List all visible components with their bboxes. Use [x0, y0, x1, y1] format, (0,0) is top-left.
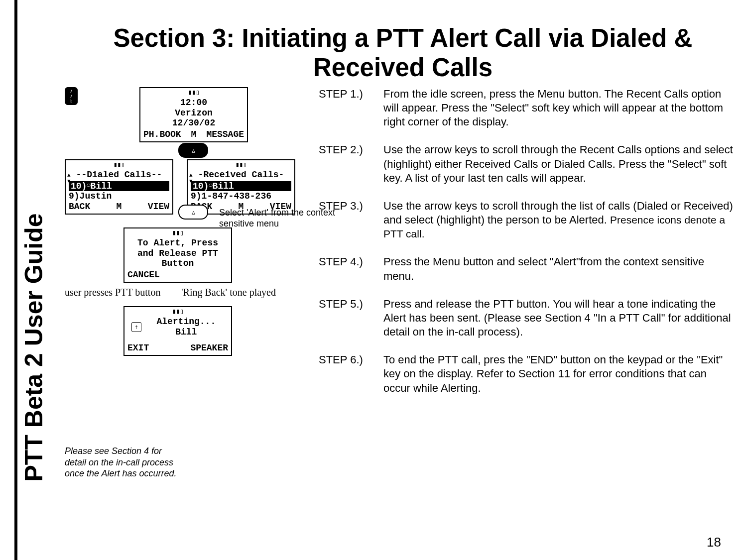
step-label: STEP 5.): [319, 297, 383, 339]
alerting-line2: Bill: [175, 327, 197, 337]
received-row-highlighted: 10)☺Bill: [193, 181, 234, 191]
step-label: STEP 3.): [319, 199, 383, 241]
dialed-row-2: 9)Justin: [69, 191, 169, 202]
idle-time: 12:00: [142, 98, 245, 108]
idle-carrier: Verizon: [142, 108, 245, 118]
scroll-arrows-icon: ▲▼: [67, 172, 71, 184]
idle-softkey-left: PH.BOOK: [143, 129, 181, 140]
tone-icon: ♪♪♭: [65, 87, 78, 105]
step-1: STEP 1.) From the idle screen, press the…: [319, 87, 736, 129]
alert-line2: and Release PTT: [126, 248, 229, 259]
ring-back-note: 'Ring Back' tone played: [181, 286, 276, 298]
step-6: STEP 6.) To end the PTT call, pres the "…: [319, 353, 736, 395]
received-header: -Received Calls-: [190, 170, 292, 180]
step-text: Use the arrow keys to scroll through the…: [383, 143, 736, 185]
step-label: STEP 4.): [319, 255, 383, 283]
dialed-header: --Dialed Calls--: [68, 170, 170, 180]
sidebar-title: PTT Beta 2 User Guide: [19, 213, 48, 481]
step-label: STEP 2.): [319, 143, 383, 185]
content-area: ▮▮▯ 12:00 Verizon 12/30/02 PH.BOOK M MES…: [65, 87, 736, 560]
signal-icon: ▮▮▯: [124, 228, 231, 237]
diagram-column: ▮▮▯ 12:00 Verizon 12/30/02 PH.BOOK M MES…: [65, 87, 319, 105]
idle-date: 12/30/02: [142, 118, 245, 128]
step-text: From the idle screen, press the Menu but…: [383, 87, 736, 129]
phone-screen-dialed: ▮▮▯ ▲▼ --Dialed Calls-- 10)☺Bill 9)Justi…: [65, 159, 173, 215]
signal-icon: ▮▮▯: [124, 307, 231, 316]
sidebar-stripe: [14, 0, 17, 560]
signal-icon: ▮▮▯: [140, 88, 247, 97]
phone-screen-alerting: ▮▮▯ ⇡ Alerting... Bill EXIT SPEAKER: [123, 306, 232, 356]
nav-arrow-button: ▵: [178, 205, 208, 220]
step-label: STEP 1.): [319, 87, 383, 129]
idle-softkey-mid: M: [191, 129, 197, 140]
received-row-2: 9)1-847-438-236: [191, 191, 291, 202]
phone-screen-alert-prompt: ▮▮▯ To Alert, Press and Release PTT Butt…: [123, 227, 232, 283]
step-2: STEP 2.) Use the arrow keys to scroll th…: [319, 143, 736, 185]
alert-softkey-left: CANCEL: [127, 270, 160, 280]
step-5: STEP 5.) Press and release the PTT butto…: [319, 297, 736, 339]
alerting-line1: Alerting...: [156, 317, 216, 327]
footnote: Please see Section 4 for detail on the i…: [65, 446, 179, 479]
idle-softkey-right: MESSAGE: [206, 129, 244, 140]
step-4: STEP 4.) Press the Menu button and selec…: [319, 255, 736, 283]
user-press-note: user presses PTT button: [65, 286, 160, 298]
dialed-softkey-right: VIEW: [148, 202, 169, 212]
alerting-softkey-left: EXIT: [127, 343, 149, 353]
page-number: 18: [707, 535, 721, 550]
alert-icon: ⇡: [131, 322, 141, 332]
alert-line3: Button: [126, 258, 229, 269]
step-3: STEP 3.) Use the arrow keys to scroll th…: [319, 199, 736, 241]
step-label: STEP 6.): [319, 353, 383, 395]
step-text: Press and release the PTT button. You wi…: [383, 297, 736, 339]
dialed-softkey-left: BACK: [69, 202, 90, 212]
steps-column: STEP 1.) From the idle screen, press the…: [319, 87, 736, 409]
alerting-softkey-right: SPEAKER: [190, 343, 228, 353]
step-text: To end the PTT call, pres the "END" butt…: [383, 353, 736, 395]
nav-arrow-button: ▵: [178, 143, 208, 158]
dialed-softkey-mid: M: [117, 202, 122, 212]
signal-icon: ▮▮▯: [188, 160, 294, 169]
step-text: Use the arrow keys to scroll through the…: [383, 199, 736, 241]
step-text: Press the Menu button and select "Alert"…: [383, 255, 736, 283]
phone-screen-idle: ▮▮▯ 12:00 Verizon 12/30/02 PH.BOOK M MES…: [139, 87, 248, 142]
scroll-arrows-icon: ▲▼: [189, 172, 193, 184]
page-title: Section 3: Initiating a PTT Alert Call v…: [75, 24, 731, 82]
alert-line1: To Alert, Press: [126, 238, 229, 248]
dialed-row-highlighted: 10)☺Bill: [71, 181, 112, 191]
sidebar: PTT Beta 2 User Guide: [12, 0, 55, 560]
signal-icon: ▮▮▯: [66, 160, 172, 169]
